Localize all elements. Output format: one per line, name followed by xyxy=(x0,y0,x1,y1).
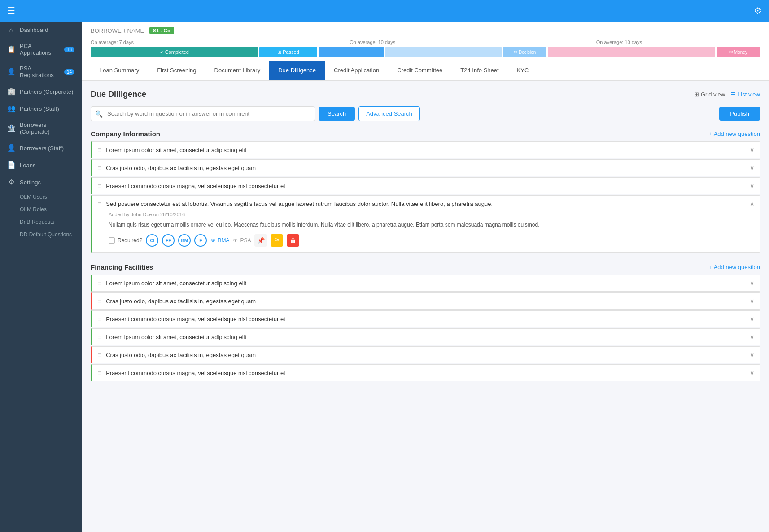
list-view-label: List view xyxy=(738,91,760,98)
sidebar-item-settings[interactable]: ⚙ Settings xyxy=(0,174,82,191)
tab-first-screening[interactable]: First Screening xyxy=(148,61,205,80)
question-text: Cras justo odio, dapibus ac facilisis in… xyxy=(106,298,745,305)
add-question-company[interactable]: + Add new question xyxy=(708,131,760,137)
bank-icon: 🏦 xyxy=(7,124,15,132)
question-row[interactable]: ≡ Praesent commodo cursus magna, vel sce… xyxy=(92,311,760,327)
question-item-expanded: ≡ Sed posuere consectetur est at loborti… xyxy=(91,195,760,253)
pbar-pink xyxy=(548,47,715,57)
document-icon: 📄 xyxy=(7,161,15,169)
tab-due-dilligence[interactable]: Due Dilligence xyxy=(269,61,325,80)
tab-t24-info-sheet[interactable]: T24 Info Sheet xyxy=(451,61,507,80)
company-information-section: Company Information + Add new question ≡… xyxy=(91,130,760,253)
avatar-ci[interactable]: CI xyxy=(146,234,158,247)
avatar-bm[interactable]: BM xyxy=(178,234,191,247)
drag-icon: ≡ xyxy=(98,369,101,376)
question-row[interactable]: ≡ Lorem ipsum dolor sit amet, consectetu… xyxy=(92,142,760,158)
advanced-search-button[interactable]: Advanced Search xyxy=(358,106,420,121)
question-row[interactable]: ≡ Cras justo odio, dapibus ac facilisis … xyxy=(92,160,760,176)
avatar-f[interactable]: F xyxy=(194,234,207,247)
drag-icon: ≡ xyxy=(98,164,101,171)
search-button[interactable]: Search xyxy=(319,107,355,121)
psa-badge: 14 xyxy=(64,69,74,75)
psa-toggle[interactable]: 👁 PSA xyxy=(233,237,251,244)
pbar-passed: ⊞ Passed xyxy=(259,47,318,57)
eye-icon: 👁 xyxy=(210,237,216,244)
header-title: BORROWER NAME xyxy=(91,27,144,34)
delete-button[interactable]: 🗑 xyxy=(287,234,299,247)
question-text: Cras justo odio, dapibus ac facilisis in… xyxy=(106,165,745,171)
question-text: Sed posuere consectetur est at lobortis.… xyxy=(106,201,745,207)
tab-document-library[interactable]: Document Library xyxy=(205,61,270,80)
question-item: ≡ Cras justo odio, dapibus ac facilisis … xyxy=(91,346,760,363)
chevron-down-icon: ∨ xyxy=(750,297,754,305)
sidebar-sub-dd-default-questions[interactable]: DD Default Questions xyxy=(0,228,82,241)
tab-credit-application[interactable]: Credit Application xyxy=(325,61,388,80)
question-row[interactable]: ≡ Lorem ipsum dolor sit amet, consectetu… xyxy=(92,275,760,291)
chevron-down-icon: ∨ xyxy=(750,333,754,340)
sidebar-label-partners-staff: Partners (Staff) xyxy=(20,105,59,112)
drag-icon: ≡ xyxy=(98,315,101,323)
sidebar: ⌂ Dashboard 📋 PCA Applications 13 👤 PSA … xyxy=(0,22,82,532)
question-row[interactable]: ≡ Cras justo odio, dapibus ac facilisis … xyxy=(92,347,760,363)
tab-kyc[interactable]: KYC xyxy=(508,61,538,80)
sidebar-sub-olm-users[interactable]: OLM Users xyxy=(0,191,82,203)
bma-toggle[interactable]: 👁 BMA xyxy=(210,237,229,244)
question-body-text: Nullam quis risus eget urna mollis ornar… xyxy=(109,221,754,229)
sidebar-item-partners-staff[interactable]: 👥 Partners (Staff) xyxy=(0,100,82,117)
sidebar-item-pca-applications[interactable]: 📋 PCA Applications 13 xyxy=(0,38,82,61)
pbar-money: ✉ Money xyxy=(717,47,760,57)
user-icon: 👤 xyxy=(7,68,15,76)
grid-view-label: Grid view xyxy=(701,91,725,98)
sidebar-item-partners-corporate[interactable]: 🏢 Partners (Corporate) xyxy=(0,83,82,100)
building-icon: 🏢 xyxy=(7,87,15,96)
progress-labels: On average: 7 days On average: 10 days O… xyxy=(91,39,760,45)
question-row[interactable]: ≡ Praesent commodo cursus magna, vel sce… xyxy=(92,365,760,381)
question-row[interactable]: ≡ Cras justo odio, dapibus ac facilisis … xyxy=(92,293,760,309)
gear-icon[interactable]: ⚙ xyxy=(754,5,762,16)
pca-badge: 13 xyxy=(64,47,74,52)
drag-icon: ≡ xyxy=(98,182,101,189)
avatar-ff[interactable]: FF xyxy=(162,234,175,247)
chevron-down-icon: ∨ xyxy=(750,279,754,287)
tab-loan-summary[interactable]: Loan Summary xyxy=(91,61,148,80)
sidebar-item-borrowers-staff[interactable]: 👤 Borrowers (Staff) xyxy=(0,140,82,157)
sidebar-item-dashboard[interactable]: ⌂ Dashboard xyxy=(0,22,82,38)
drag-icon: ≡ xyxy=(98,297,101,305)
search-input[interactable] xyxy=(91,106,315,121)
question-row[interactable]: ≡ Praesent commodo cursus magna, vel sce… xyxy=(92,178,760,194)
home-icon: ⌂ xyxy=(7,26,15,34)
question-text: Lorem ipsum dolor sit amet, consectetur … xyxy=(106,334,745,340)
question-row[interactable]: ≡ Lorem ipsum dolor sit amet, consectetu… xyxy=(92,329,760,345)
content-area: Due Dilligence ⊞ Grid view ☰ List view 🔍 xyxy=(82,81,769,401)
grid-view-btn[interactable]: ⊞ Grid view xyxy=(694,91,725,98)
pin-button[interactable]: 📌 xyxy=(254,234,267,247)
menu-icon[interactable]: ☰ xyxy=(7,5,15,16)
search-icon: 🔍 xyxy=(95,110,103,118)
list-view-btn[interactable]: ☰ List view xyxy=(730,91,760,98)
chevron-down-icon: ∨ xyxy=(750,315,754,323)
tab-credit-committee[interactable]: Credit Committee xyxy=(388,61,451,80)
add-question-financing[interactable]: + Add new question xyxy=(708,264,760,270)
sidebar-sub-olm-roles[interactable]: OLM Roles xyxy=(0,203,82,216)
question-text: Cras justo odio, dapibus ac facilisis in… xyxy=(106,352,745,358)
publish-button[interactable]: Publish xyxy=(719,107,760,121)
flag-button[interactable]: 🏳 xyxy=(271,234,283,247)
drag-icon: ≡ xyxy=(98,279,101,287)
sidebar-sub-dnb-requests[interactable]: DnB Requests xyxy=(0,216,82,228)
question-item: ≡ Praesent commodo cursus magna, vel sce… xyxy=(91,310,760,327)
sidebar-item-psa-registrations[interactable]: 👤 PSA Registrations 14 xyxy=(0,61,82,83)
psa-label-text: PSA xyxy=(240,237,251,244)
sidebar-item-borrowers-corporate[interactable]: 🏦 Borrowers (Corporate) xyxy=(0,117,82,140)
question-text: Lorem ipsum dolor sit amet, consectetur … xyxy=(106,147,745,153)
grid-icon: ⊞ xyxy=(694,91,699,98)
drag-icon: ≡ xyxy=(98,333,101,340)
drag-icon: ≡ xyxy=(98,146,101,153)
section-header-financing: Financing Facilities + Add new question xyxy=(91,263,760,271)
status-badge: S1 - Go xyxy=(149,27,174,34)
required-checkbox[interactable] xyxy=(109,237,115,244)
page-title: Due Dilligence xyxy=(91,90,146,99)
sidebar-item-loans[interactable]: 📄 Loans xyxy=(0,157,82,174)
list-icon: ☰ xyxy=(730,91,736,98)
sidebar-label-settings: Settings xyxy=(20,179,41,186)
question-row[interactable]: ≡ Sed posuere consectetur est at loborti… xyxy=(92,196,760,212)
